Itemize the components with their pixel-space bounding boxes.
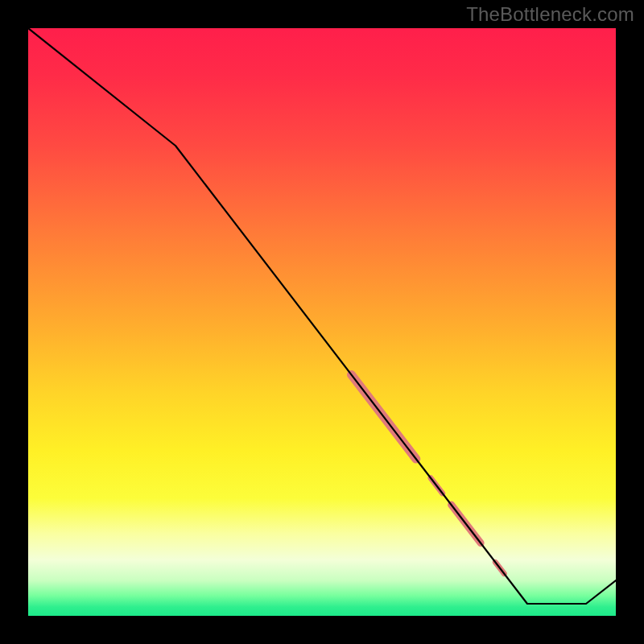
chart-svg (28, 28, 616, 616)
chart-container: TheBottleneck.com (0, 0, 644, 644)
plot-area (28, 28, 616, 616)
gradient-background (28, 28, 616, 616)
watermark-text: TheBottleneck.com (466, 3, 634, 26)
